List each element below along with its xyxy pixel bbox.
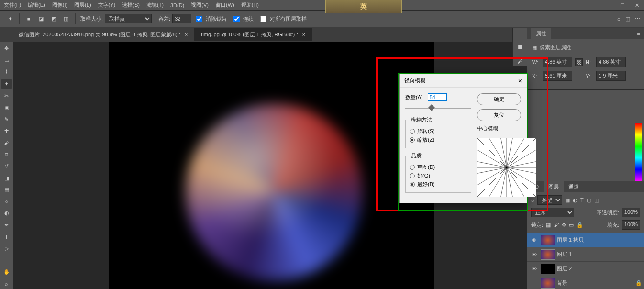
- lasso-tool-icon[interactable]: ⌇: [1, 67, 12, 78]
- blend-mode-select[interactable]: 正常: [531, 208, 574, 217]
- layer-thumb[interactable]: [541, 249, 555, 260]
- lock-brush-icon[interactable]: 🖌: [554, 222, 559, 228]
- path-tool-icon[interactable]: ▷: [1, 244, 12, 254]
- selection-add-icon[interactable]: ◪: [36, 14, 46, 23]
- layer-row[interactable]: 👁图层 1: [527, 247, 644, 262]
- y-field[interactable]: 1.9 厘米: [596, 71, 626, 81]
- dodge-tool-icon[interactable]: ◐: [1, 208, 12, 219]
- lock-pixels-icon[interactable]: ▦: [546, 222, 551, 228]
- menu-edit[interactable]: 编辑(E): [28, 1, 45, 9]
- visibility-icon[interactable]: 👁: [529, 266, 539, 272]
- fill-value[interactable]: 100%: [622, 220, 640, 230]
- wand-tool-icon[interactable]: ✦: [1, 79, 12, 89]
- x-field[interactable]: 5.61 厘米: [543, 71, 572, 81]
- zoom-radio[interactable]: 缩放(Z): [410, 136, 467, 144]
- layer-thumb[interactable]: [541, 278, 555, 289]
- menu-select[interactable]: 选择(S): [122, 1, 140, 9]
- layer-name[interactable]: 背景: [557, 279, 567, 287]
- tolerance-input[interactable]: [172, 14, 191, 23]
- ime-indicator[interactable]: 英: [325, 0, 402, 13]
- history-panel-icon[interactable]: ≣: [515, 42, 525, 52]
- selection-subtract-icon[interactable]: ◩: [49, 14, 58, 23]
- shape-tool-icon[interactable]: □: [1, 255, 12, 266]
- share-icon[interactable]: ⋯: [635, 16, 640, 22]
- blur-center-preview[interactable]: [477, 138, 536, 197]
- tab-doc-1[interactable]: 微信图片_20200528233948.png @ 90.9% (图层 0 拷贝…: [12, 28, 194, 41]
- tab-channels[interactable]: 通道: [564, 181, 584, 192]
- hand-tool-icon[interactable]: ✋: [1, 267, 12, 278]
- minimize-button[interactable]: —: [601, 0, 615, 11]
- spin-radio[interactable]: 旋转(S): [410, 128, 467, 135]
- menu-layer[interactable]: 图层(L): [74, 1, 91, 9]
- zoom-tool-icon[interactable]: ⌕: [1, 279, 12, 289]
- visibility-icon[interactable]: 👁: [529, 252, 539, 257]
- blur-tool-icon[interactable]: ○: [1, 197, 12, 207]
- type-tool-icon[interactable]: T: [1, 232, 12, 242]
- brush-tool-icon[interactable]: 🖌: [1, 138, 12, 148]
- good-radio[interactable]: 好(G): [410, 172, 467, 179]
- close-icon[interactable]: ×: [302, 32, 305, 37]
- menu-help[interactable]: 帮助(H): [241, 1, 259, 9]
- move-tool-icon[interactable]: ✥: [1, 44, 12, 54]
- antialias-checkbox[interactable]: [196, 16, 202, 22]
- filter-type-icon[interactable]: T: [580, 197, 584, 203]
- eyedropper-tool-icon[interactable]: ✎: [1, 114, 12, 124]
- contiguous-checkbox[interactable]: [233, 16, 240, 22]
- history-brush-icon[interactable]: ↺: [1, 161, 12, 172]
- draft-radio[interactable]: 草图(D): [410, 164, 467, 171]
- menu-file[interactable]: 文件(F): [4, 1, 21, 9]
- cancel-button[interactable]: 复位: [477, 109, 521, 121]
- heal-tool-icon[interactable]: ✚: [1, 126, 12, 136]
- eraser-tool-icon[interactable]: ◨: [1, 173, 12, 183]
- workspace-icon[interactable]: ◫: [625, 16, 630, 22]
- brush-panel-icon[interactable]: 🖌: [515, 56, 525, 66]
- menu-filter[interactable]: 滤镜(T): [146, 1, 164, 9]
- menu-3d[interactable]: 3D(D): [170, 2, 184, 8]
- amount-slider[interactable]: [405, 104, 471, 112]
- layer-name[interactable]: 图层 1 拷贝: [557, 236, 584, 244]
- sample-size-select[interactable]: 取样点: [105, 14, 152, 23]
- tab-layers[interactable]: 图层: [544, 181, 564, 192]
- lock-all-icon[interactable]: 🔒: [577, 222, 583, 228]
- layer-row[interactable]: 👁图层 2: [527, 262, 644, 276]
- crop-tool-icon[interactable]: ✂: [1, 90, 12, 101]
- search-icon[interactable]: ⌕: [617, 16, 621, 22]
- layer-row[interactable]: 👁图层 1 拷贝: [527, 233, 644, 247]
- magic-wand-icon[interactable]: ✦: [5, 14, 15, 23]
- stamp-tool-icon[interactable]: ⧈: [1, 149, 12, 160]
- close-icon[interactable]: ×: [518, 77, 522, 85]
- menu-image[interactable]: 图像(I): [52, 1, 67, 9]
- pen-tool-icon[interactable]: ✒: [1, 220, 12, 231]
- lock-artboard-icon[interactable]: ▭: [569, 222, 574, 228]
- filter-smart-icon[interactable]: ◫: [594, 197, 599, 203]
- filter-adjust-icon[interactable]: ◐: [573, 197, 577, 203]
- panel-menu-icon[interactable]: ≡: [633, 182, 644, 191]
- ok-button[interactable]: 确定: [477, 93, 521, 105]
- selection-intersect-icon[interactable]: ◫: [61, 14, 71, 23]
- width-field[interactable]: 4.86 英寸: [543, 57, 572, 67]
- menu-type[interactable]: 文字(Y): [98, 1, 116, 9]
- best-radio[interactable]: 最好(B): [410, 181, 467, 188]
- link-icon[interactable]: ⛓: [575, 58, 583, 66]
- gradient-tool-icon[interactable]: ▤: [1, 185, 12, 195]
- filter-shape-icon[interactable]: ▢: [587, 197, 591, 203]
- selection-new-icon[interactable]: ■: [24, 14, 33, 23]
- layer-thumb[interactable]: [541, 235, 555, 245]
- close-button[interactable]: ✕: [630, 0, 644, 11]
- amount-input[interactable]: 54: [428, 93, 447, 101]
- all-layers-checkbox[interactable]: [260, 16, 266, 22]
- menu-window[interactable]: 窗口(W): [215, 1, 234, 9]
- panel-menu-icon[interactable]: ≡: [637, 31, 640, 36]
- lock-position-icon[interactable]: ✥: [562, 222, 566, 228]
- filter-pixel-icon[interactable]: ▦: [565, 197, 570, 203]
- frame-tool-icon[interactable]: ▣: [1, 102, 12, 113]
- properties-tab[interactable]: 属性: [531, 28, 551, 39]
- close-icon[interactable]: ×: [185, 32, 188, 37]
- tab-doc-2[interactable]: timg.jpg @ 100% (图层 1 拷贝, RGB/8#) *×: [194, 28, 312, 41]
- layer-name[interactable]: 图层 2: [557, 265, 572, 272]
- color-strip[interactable]: [635, 123, 642, 181]
- height-field[interactable]: 4.86 英寸: [596, 57, 626, 67]
- opacity-value[interactable]: 100%: [622, 208, 640, 217]
- filter-icon[interactable]: ⌕: [531, 197, 534, 203]
- marquee-tool-icon[interactable]: ▭: [1, 56, 12, 66]
